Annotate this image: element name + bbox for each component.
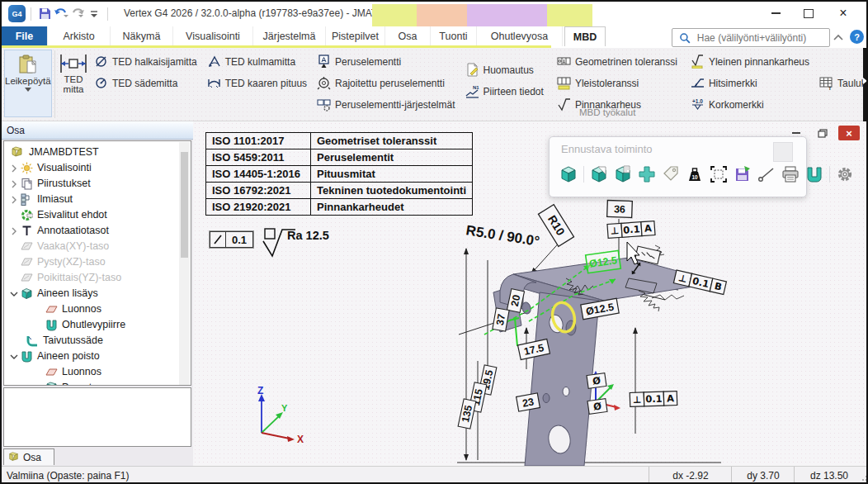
rajoitettu-peruselementti-button[interactable]: Rajoitettu peruselementti (317, 76, 455, 90)
tree-item-piirustukset[interactable]: Piirustukset (4, 176, 177, 192)
chevron-right-icon[interactable] (10, 164, 18, 173)
close-button[interactable]: × (827, 2, 860, 25)
hitsimerkki-button[interactable]: Hitsimerkki (691, 76, 809, 90)
ted-kulmamitta-button[interactable]: TED kulmamitta (207, 55, 307, 69)
geometrinen-toleranssi-button[interactable]: Geometrinen toleranssi (557, 55, 677, 69)
tab-nakyma[interactable]: Näkymä (111, 26, 173, 46)
ted-mitta-button[interactable]: TED mitta (59, 50, 88, 117)
dia-125-highlighted-tag[interactable]: Ø12.5 (586, 250, 621, 273)
new-part-icon[interactable] (559, 165, 578, 183)
tag-icon[interactable] (662, 165, 680, 183)
ted-halkaisijamitta-button[interactable]: TED halkaisijamitta (94, 55, 197, 69)
chevron-right-icon[interactable] (10, 180, 18, 188)
fcf-perpendicularity-a-right[interactable]: ⊥ 0.1 A (630, 391, 677, 407)
resize-grip[interactable] (859, 475, 868, 484)
piirteen-tiedot-button[interactable]: N1 Piirteen tiedot (465, 84, 544, 98)
chevron-right-icon[interactable] (10, 196, 18, 204)
yleinen-pinnankarheus-button[interactable]: Yleinen pinnankarheus (691, 55, 809, 69)
doc-restore-button[interactable] (812, 126, 833, 140)
tree-item-ohutlevypiirre[interactable]: Ohutlevypiirre (4, 317, 177, 333)
weight-icon[interactable]: 10 (686, 165, 704, 183)
datum-icon (317, 55, 331, 69)
model-viewport[interactable]: R5.0 / 90.0° R10 36 ⊥ 0.1 A (193, 121, 868, 466)
save-icon[interactable] (734, 165, 752, 183)
redo-icon[interactable] (69, 6, 86, 22)
maximize-button[interactable] (792, 2, 825, 25)
huomautus-button[interactable]: Huomautus (465, 63, 544, 77)
settings-gear-icon[interactable] (836, 165, 854, 183)
peruselementti-jarjestelmat-button[interactable]: Peruselementti-järjestelmät (317, 97, 455, 112)
svg-text:23: 23 (521, 396, 535, 409)
r10-tag[interactable]: R10 (538, 205, 573, 247)
tree-item-vaaka-xy-taso[interactable]: Vaaka(XY)-taso (4, 239, 177, 254)
yleistoleranssi-button[interactable]: Yleistoleranssi (557, 76, 677, 90)
panel-bottom-tab-osa[interactable]: Osa (3, 448, 54, 465)
dim-135-tag[interactable]: 135 (458, 399, 476, 429)
tab-file[interactable]: File (2, 26, 48, 46)
chevron-down-icon[interactable] (10, 353, 18, 361)
help-button[interactable]: ? (850, 30, 864, 44)
dia-symbol-tag-2[interactable]: Ø (587, 399, 607, 415)
ted-sademitta-button[interactable]: TED sädemitta (94, 76, 197, 90)
search-input[interactable] (696, 31, 829, 45)
ted-kaaren-pituus-button[interactable]: TED kaaren pituus (207, 76, 307, 90)
customize-toolbar-icon[interactable] (86, 6, 102, 22)
tab-tuonti[interactable]: Tuonti (431, 26, 477, 46)
scrollbar-thumb[interactable] (181, 152, 188, 258)
tab-visualisointi[interactable]: Visualisointi (173, 26, 253, 46)
radius-angle-note[interactable]: R5.0 / 90.0° (465, 222, 540, 249)
fcf-perpendicularity-b[interactable]: ⊥ 0.1 B (673, 270, 726, 295)
tree-item-root[interactable]: JMAMBDTEST (4, 145, 177, 160)
sheet-metal-part[interactable] (493, 258, 719, 466)
ribbon-scroll-right-icon[interactable] (863, 78, 867, 84)
minimize-button[interactable] (759, 2, 792, 25)
tab-ohutlevyosa[interactable]: Ohutlevyosa (477, 26, 563, 46)
status-dz: dz 13.50 (794, 467, 864, 484)
chevron-down-icon[interactable] (10, 290, 18, 298)
surface-roughness-note: Ra 12.5 (262, 225, 353, 263)
tree-item-luonnos-1[interactable]: Luonnos (4, 301, 177, 317)
open-part-icon[interactable] (590, 165, 608, 183)
fcf-perpendicularity-a-top[interactable]: ⊥ 0.1 A (607, 221, 655, 239)
tree-item-annotaatiotasot[interactable]: Annotaatiotasot (4, 223, 177, 239)
collapse-ribbon-icon[interactable] (833, 31, 846, 43)
app-logo-icon[interactable]: G4 (8, 5, 26, 22)
print-icon[interactable] (781, 165, 800, 183)
tree-item-luonnos-2[interactable]: Luonnos (4, 364, 177, 380)
angle-icon (207, 55, 221, 69)
tree-item-esivalitut-ehdot[interactable]: Esivalitut ehdot (4, 207, 177, 223)
tab-mbd[interactable]: MBD (564, 26, 606, 46)
dia-symbol-tag-1[interactable]: Ø (587, 373, 606, 389)
doc-minimize-button[interactable] (785, 126, 807, 140)
undo-icon[interactable] (53, 6, 69, 22)
selection-frame-icon[interactable] (710, 165, 728, 183)
doc-close-button[interactable]: × (838, 126, 860, 140)
tree-item-visualisointi[interactable]: Visualisointi (4, 160, 177, 176)
overlay-highlight-purple (467, 4, 547, 29)
clipboard-button[interactable]: Leikepöytä (4, 50, 52, 117)
tab-pistepilvet[interactable]: Pistepilvet (326, 26, 385, 46)
tree-item-taivutussade[interactable]: Taivutussäde (4, 333, 177, 349)
tree-item-poikittais-yz-taso[interactable]: Poikittais(YZ)-taso (4, 270, 177, 286)
sheet-metal-icon[interactable] (805, 165, 823, 183)
measure-icon[interactable] (757, 165, 776, 183)
part-document-icon[interactable] (614, 165, 632, 183)
tree-item-pursotus[interactable]: Pursotus (4, 380, 177, 386)
save-icon[interactable] (36, 6, 53, 22)
dim-23-tag[interactable]: 23 (517, 393, 540, 411)
tree-item-aineen-poisto[interactable]: Aineen poisto (4, 349, 177, 364)
korkomerkki-button[interactable]: +1.0 Korkomerkki (691, 97, 809, 112)
tree-item-pysty-xz-taso[interactable]: Pysty(XZ)-taso (4, 254, 177, 270)
chevron-right-icon[interactable] (10, 227, 18, 235)
tab-arkisto[interactable]: Arkisto (48, 26, 111, 46)
taulukko-standardi-button[interactable]: T Taulukko standard (819, 76, 858, 90)
tab-osa[interactable]: Osa (385, 26, 431, 46)
tab-jarjestelma[interactable]: Järjestelmä (253, 26, 326, 46)
command-search[interactable] (672, 28, 830, 47)
tree-item-aineen-lisays[interactable]: Aineen lisäys (4, 286, 177, 301)
tree-item-ilmiasut[interactable]: Ilmiasut (4, 192, 177, 207)
add-feature-icon[interactable] (638, 165, 656, 183)
peruselementti-button[interactable]: Peruselementti (317, 55, 455, 69)
dim-36-tag[interactable]: 36 (607, 200, 633, 217)
tree-scrollbar[interactable] (179, 142, 190, 385)
